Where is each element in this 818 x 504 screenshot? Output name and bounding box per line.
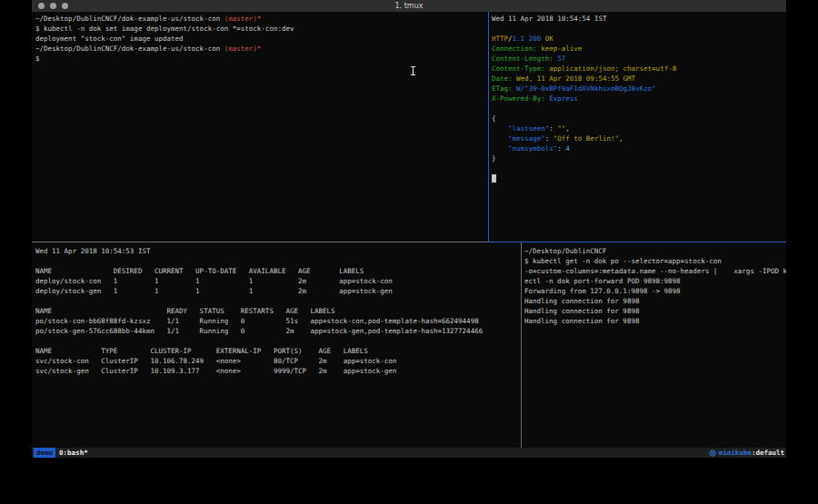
terminal-line bbox=[35, 336, 521, 346]
terminal-text: } bbox=[492, 154, 496, 163]
window-tab[interactable]: 0:bash* bbox=[59, 448, 88, 458]
terminal-text: $ kubectl get -n dok po --selector=app=s… bbox=[524, 257, 722, 265]
terminal-line: deploy/stock-con 1 1 1 1 2m app=stock-co… bbox=[35, 276, 521, 286]
terminal-text: : bbox=[557, 144, 565, 153]
terminal-text: Handling connection for 9898 bbox=[524, 317, 639, 325]
terminal-text: svc/stock-con ClusterIP 10.106.78.249 <n… bbox=[35, 357, 396, 365]
terminal-cursor bbox=[492, 174, 496, 183]
pane-divider-vertical-bottom[interactable] bbox=[521, 242, 522, 448]
terminal-text: Handling connection for 9898 bbox=[524, 297, 639, 305]
terminal-line: "lastseen": "", bbox=[492, 124, 786, 133]
terminal-text: W/"39-0xBPf9aF1dXVNkhsxoBQgJ8vKzo" bbox=[513, 84, 656, 93]
terminal-text: { bbox=[492, 114, 496, 123]
terminal-text: -o=custom-columns=:metadata.name --no-he… bbox=[524, 267, 786, 275]
terminal-line: ETag: W/"39-0xBPf9aF1dXVNkhsxoBQgJ8vKzo" bbox=[492, 84, 786, 94]
terminal-line bbox=[35, 256, 521, 266]
terminal-text: (master) bbox=[224, 44, 257, 53]
terminal-text: Handling connection for 9898 bbox=[524, 307, 639, 315]
terminal-text: * bbox=[257, 44, 262, 53]
terminal-text: 57 bbox=[554, 54, 566, 63]
terminal-text: 4 bbox=[565, 144, 570, 153]
terminal-line bbox=[492, 104, 786, 114]
terminal-line: svc/stock-gen ClusterIP 10.109.3.177 <no… bbox=[35, 366, 521, 376]
http-response-pane[interactable]: Wed 11 Apr 2018 10:54:54 IST HTTP/1.1 20… bbox=[489, 12, 786, 242]
terminal-line: po/stock-gen-576cc688bb-44kmn 1/1 Runnin… bbox=[35, 326, 521, 336]
terminal-text: deploy/stock-con 1 1 1 1 2m app=stock-co… bbox=[35, 277, 393, 285]
terminal-text: (master) bbox=[224, 15, 257, 23]
terminal-text bbox=[35, 337, 40, 345]
kube-namespace: :default bbox=[752, 448, 784, 458]
terminal-text: Content-Length: bbox=[492, 54, 554, 63]
terminal-text: "" bbox=[557, 124, 565, 133]
terminal-text: ectl -n dok port-forward POD 9898:9898 bbox=[524, 277, 681, 285]
terminal-line bbox=[492, 24, 786, 34]
terminal-line: deploy/stock-gen 1 1 1 1 2m app=stock-ge… bbox=[35, 286, 521, 296]
terminal-text: Wed, 11 Apr 2018 09:54:55 GMT bbox=[513, 74, 635, 83]
window-title: 1. tmux bbox=[32, 0, 786, 12]
terminal-text: application/json; charset=utf-8 bbox=[545, 64, 677, 73]
terminal-line: Wed 11 Apr 2018 10:54:53 IST bbox=[35, 246, 521, 256]
terminal-text: po/stock-con-bb68f88fd-kzsxz 1/1 Running… bbox=[35, 317, 479, 325]
pane-divider-horizontal-left[interactable] bbox=[32, 242, 488, 242]
terminal-text: Wed 11 Apr 2018 10:54:53 IST bbox=[35, 247, 150, 255]
pane-divider-horizontal-right[interactable] bbox=[488, 242, 786, 242]
terminal-text: ~/Desktop/DublinCNCF bbox=[524, 247, 606, 255]
terminal-line: HTTP/1.1 200 OK bbox=[492, 34, 786, 44]
terminal-line: Content-Length: 57 bbox=[492, 54, 786, 64]
terminal-text: "lastseen" bbox=[508, 124, 549, 133]
terminal-text: "message" bbox=[508, 134, 545, 143]
terminal-line bbox=[492, 173, 786, 183]
terminal-line: $ kubectl get -n dok po --selector=app=s… bbox=[524, 256, 786, 266]
terminal-line: $ bbox=[35, 54, 488, 64]
terminal-text: X-Powered-By: bbox=[492, 94, 545, 103]
terminal-text: ETag: bbox=[492, 84, 513, 93]
terminal-line: ectl -n dok port-forward POD 9898:9898 bbox=[524, 276, 786, 286]
session-name-badge[interactable]: demo bbox=[34, 448, 55, 458]
terminal-line: svc/stock-con ClusterIP 10.106.78.249 <n… bbox=[35, 356, 521, 366]
kubectl-watch-pane[interactable]: Wed 11 Apr 2018 10:54:53 IST NAME DESIRE… bbox=[33, 242, 521, 448]
minimize-button[interactable] bbox=[50, 3, 56, 9]
close-button[interactable] bbox=[38, 3, 45, 9]
terminal-window: 1. tmux ~/Desktop/DublinCNCF/dok-example… bbox=[32, 0, 786, 458]
terminal-line: NAME TYPE CLUSTER-IP EXTERNAL-IP PORT(S)… bbox=[35, 346, 521, 356]
terminal-text: : bbox=[545, 134, 554, 143]
terminal-line: Connection: keep-alive bbox=[492, 44, 786, 54]
port-forward-pane[interactable]: ~/Desktop/DublinCNCF$ kubectl get -n dok… bbox=[522, 242, 786, 448]
terminal-line: Forwarding from 127.0.0.1:9898 -> 9898 bbox=[524, 286, 786, 296]
titlebar[interactable]: 1. tmux bbox=[32, 0, 786, 12]
terminal-text: HTTP bbox=[492, 35, 508, 43]
terminal-text: keep-alive bbox=[537, 44, 583, 53]
terminal-line: ~/Desktop/DublinCNCF bbox=[524, 246, 786, 256]
terminal-text: OK bbox=[545, 35, 554, 43]
terminal-line: X-Powered-By: Express bbox=[492, 94, 786, 104]
terminal-line: ~/Desktop/DublinCNCF/dok-example-us/stoc… bbox=[35, 44, 488, 54]
terminal-text bbox=[492, 124, 508, 133]
pane-divider-vertical-top[interactable] bbox=[488, 12, 489, 242]
terminal-text: Content-Type: bbox=[492, 64, 545, 73]
terminal-text bbox=[35, 257, 40, 265]
mouse-cursor-ibeam bbox=[411, 66, 415, 75]
terminal-line: Handling connection for 9898 bbox=[524, 316, 786, 326]
terminal-text: Forwarding from 127.0.0.1:9898 -> 9898 bbox=[524, 287, 681, 295]
terminal-text: Date: bbox=[492, 74, 513, 83]
terminal-line bbox=[492, 163, 786, 173]
terminal-line bbox=[35, 296, 521, 306]
terminal-text bbox=[35, 297, 40, 305]
kube-context-name: minikube bbox=[719, 448, 752, 458]
terminal-text bbox=[492, 134, 508, 143]
terminal-text: Wed 11 Apr 2018 10:54:54 IST bbox=[492, 15, 606, 23]
terminal-text: NAME TYPE CLUSTER-IP EXTERNAL-IP PORT(S)… bbox=[35, 347, 368, 355]
terminal-text: $ kubectl -n dok set image deployment/st… bbox=[35, 25, 294, 33]
terminal-text: NAME DESIRED CURRENT UP-TO-DATE AVAILABL… bbox=[35, 267, 364, 275]
terminal-text: Connection: bbox=[492, 44, 537, 53]
shell-pane[interactable]: ~/Desktop/DublinCNCF/dok-example-us/stoc… bbox=[33, 12, 488, 242]
terminal-text: po/stock-gen-576cc688bb-44kmn 1/1 Runnin… bbox=[35, 327, 483, 335]
terminal-text: Express bbox=[545, 94, 578, 103]
terminal-line: { bbox=[492, 114, 786, 124]
terminal-text: , bbox=[619, 134, 623, 143]
terminal-line: } bbox=[492, 153, 786, 163]
terminal-text: , bbox=[565, 124, 570, 133]
zoom-button[interactable] bbox=[62, 3, 68, 9]
terminal-line: "message": "Off to Berlin!", bbox=[492, 133, 786, 143]
terminal-line: Date: Wed, 11 Apr 2018 09:54:55 GMT bbox=[492, 74, 786, 84]
